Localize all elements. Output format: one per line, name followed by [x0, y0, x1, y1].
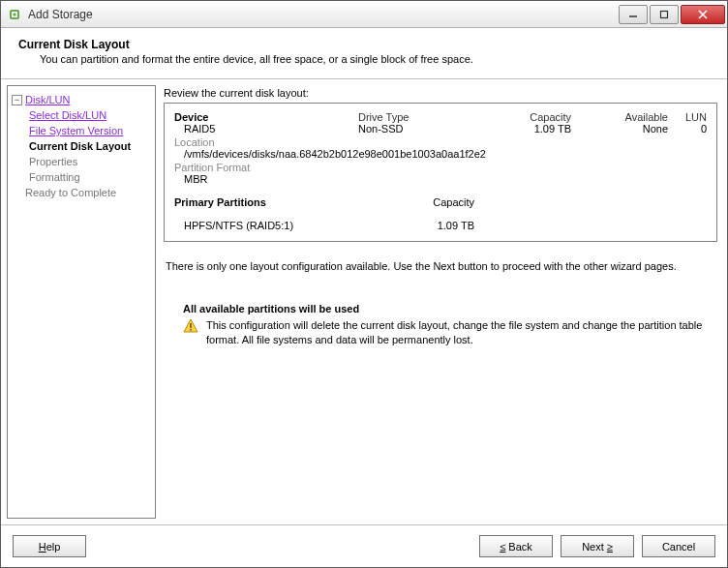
lun-value: 0	[668, 123, 707, 135]
svg-rect-9	[190, 329, 191, 331]
help-button[interactable]: Help	[13, 535, 86, 557]
nav-item-label: Ready to Complete	[25, 185, 116, 200]
nav-item-label[interactable]: File System Version	[29, 123, 123, 138]
page-title: Current Disk Layout	[18, 38, 710, 51]
capacity-header: Capacity	[474, 111, 571, 123]
titlebar: Add Storage	[1, 1, 727, 28]
page-description: You can partition and format the entire …	[40, 53, 710, 65]
back-label: Back	[508, 541, 531, 553]
svg-rect-2	[14, 13, 16, 15]
wizard-content: Review the current disk layout: Device D…	[164, 85, 717, 519]
lun-header: LUN	[668, 111, 707, 123]
device-row: RAID5 Non-SSD 1.09 TB None 0	[174, 123, 707, 135]
primary-capacity-header: Capacity	[358, 196, 474, 208]
close-button[interactable]	[681, 5, 725, 24]
wizard-header: Current Disk Layout You can partition an…	[1, 28, 727, 79]
location-path: /vmfs/devices/disks/naa.6842b2b012e98e00…	[174, 148, 707, 160]
nav-item-formatting: Formatting	[12, 169, 151, 185]
nav-item-ready: Ready to Complete	[12, 185, 151, 200]
add-storage-window: Add Storage Current Disk Layout You can …	[0, 0, 728, 568]
nav-item-label[interactable]: Select Disk/LUN	[29, 107, 106, 123]
nav-item-label: Properties	[29, 154, 77, 169]
warning-text: This configuration will delete the curre…	[206, 318, 713, 347]
primary-partition-capacity: 1.09 TB	[358, 220, 474, 231]
device-header: Device	[174, 111, 358, 123]
available-header: Available	[571, 111, 668, 123]
location-label: Location	[174, 136, 707, 148]
window-controls	[617, 5, 725, 24]
review-label: Review the current disk layout:	[164, 87, 717, 99]
window-title: Add Storage	[28, 8, 617, 21]
primary-partition-name: HPFS/NTFS (RAID5:1)	[174, 220, 358, 231]
warning-title: All available partitions will be used	[183, 303, 713, 314]
maximize-button[interactable]	[650, 5, 679, 24]
warning-block: All available partitions will be used Th…	[183, 303, 713, 347]
drive-type-value: Non-SSD	[358, 123, 474, 135]
nav-root-label[interactable]: Disk/LUN	[25, 92, 70, 107]
nav-item-label: Formatting	[29, 169, 80, 185]
svg-rect-8	[190, 323, 191, 328]
wizard-nav: − Disk/LUN Select Disk/LUN File System V…	[7, 85, 156, 519]
help-label-rest: elp	[46, 541, 61, 553]
warning-icon	[183, 318, 198, 334]
nav-root[interactable]: − Disk/LUN	[12, 92, 151, 107]
cancel-button[interactable]: Cancel	[642, 535, 715, 557]
wizard-footer: Help ≤ Back Next ≥ Cancel	[1, 524, 727, 567]
wizard-body: − Disk/LUN Select Disk/LUN File System V…	[1, 79, 727, 524]
back-button[interactable]: ≤ Back	[479, 535, 553, 557]
capacity-value: 1.09 TB	[474, 123, 571, 135]
minimize-button[interactable]	[619, 5, 648, 24]
nav-item-label: Current Disk Layout	[29, 138, 131, 154]
next-label: Next	[582, 541, 604, 553]
app-icon	[7, 7, 22, 22]
nav-item-current-disk-layout[interactable]: Current Disk Layout	[12, 138, 151, 154]
disk-layout-box: Device Drive Type Capacity Available LUN…	[164, 103, 717, 242]
device-header-row: Device Drive Type Capacity Available LUN	[174, 111, 707, 123]
next-button[interactable]: Next ≥	[561, 535, 634, 557]
partition-format-value: MBR	[174, 173, 707, 185]
drive-type-header: Drive Type	[358, 111, 474, 123]
primary-row: HPFS/NTFS (RAID5:1) 1.09 TB	[174, 220, 707, 231]
nav-item-select-disk[interactable]: Select Disk/LUN	[12, 107, 151, 123]
primary-partitions-header: Primary Partitions	[174, 196, 358, 208]
primary-header-row: Primary Partitions Capacity	[174, 196, 707, 208]
tree-collapse-icon[interactable]: −	[12, 95, 22, 105]
device-name: RAID5	[174, 123, 358, 135]
cancel-label: Cancel	[662, 541, 695, 553]
layout-info-text: There is only one layout configuration a…	[166, 259, 715, 274]
partition-format-label: Partition Format	[174, 162, 707, 173]
svg-rect-4	[661, 11, 668, 17]
available-value: None	[571, 123, 668, 135]
nav-item-properties: Properties	[12, 154, 151, 169]
nav-item-file-system-version[interactable]: File System Version	[12, 123, 151, 138]
